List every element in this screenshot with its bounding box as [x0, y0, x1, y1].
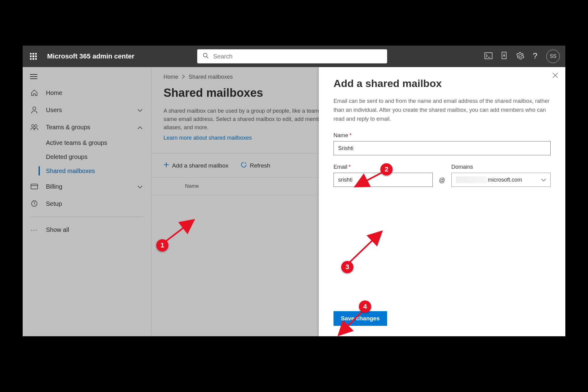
nav-label: Setup — [46, 200, 62, 207]
save-button-label: Save changes — [341, 315, 380, 322]
left-nav: Home Users Teams & groups Active teams &… — [23, 67, 151, 336]
nav-label: Billing — [46, 183, 62, 190]
nav-teams-groups[interactable]: Teams & groups — [23, 119, 151, 136]
nav-active-teams[interactable]: Active teams & groups — [23, 136, 151, 150]
nav-users[interactable]: Users — [23, 101, 151, 119]
plus-icon — [164, 162, 169, 169]
chevron-down-icon — [138, 183, 142, 190]
top-bar: Microsoft 365 admin center ? SS — [23, 46, 565, 67]
nav-divider — [30, 217, 144, 217]
name-input[interactable] — [334, 141, 551, 155]
nav-sub-label: Deleted groups — [46, 153, 88, 160]
nav-label: Home — [46, 89, 62, 96]
add-shared-mailbox-button[interactable]: Add a shared mailbox — [164, 162, 228, 169]
name-label: Name* — [334, 132, 551, 139]
svg-rect-2 — [485, 53, 492, 59]
settings-icon[interactable] — [516, 52, 524, 61]
domain-value: microsoft.com — [488, 177, 522, 183]
app-title: Microsoft 365 admin center — [47, 52, 134, 60]
help-icon[interactable]: ? — [533, 52, 538, 61]
nav-collapse-button[interactable] — [23, 69, 151, 84]
email-label: Email* — [334, 164, 433, 170]
top-icon-bar: ? SS — [484, 50, 560, 63]
waffle-icon — [30, 53, 37, 60]
download-icon[interactable] — [501, 52, 508, 61]
column-name[interactable]: Name — [185, 183, 199, 189]
svg-point-10 — [32, 125, 34, 127]
app-launcher-button[interactable] — [23, 53, 44, 60]
email-input[interactable] — [334, 173, 433, 187]
nav-label: Teams & groups — [46, 124, 90, 131]
ellipsis-icon: ··· — [30, 226, 39, 233]
nav-show-all[interactable]: ··· Show all — [23, 221, 151, 238]
save-changes-button[interactable]: Save changes — [334, 311, 387, 326]
svg-point-11 — [35, 125, 37, 127]
close-icon — [552, 73, 558, 78]
at-sign: @ — [439, 177, 445, 195]
nav-label: Show all — [46, 226, 69, 233]
billing-icon — [30, 184, 39, 189]
search-icon — [203, 53, 209, 60]
search-box[interactable] — [197, 49, 387, 63]
app-window: Microsoft 365 admin center ? SS — [23, 46, 565, 336]
close-button[interactable] — [552, 72, 558, 79]
svg-point-9 — [33, 107, 36, 110]
panel-title: Add a shared mailbox — [334, 77, 551, 89]
avatar[interactable]: SS — [546, 50, 560, 63]
nav-shared-mailboxes[interactable]: Shared mailboxes — [23, 164, 151, 178]
nav-home[interactable]: Home — [23, 84, 151, 101]
setup-icon — [30, 200, 39, 207]
nav-sub-label: Active teams & groups — [46, 139, 107, 146]
breadcrumb-home[interactable]: Home — [164, 74, 178, 80]
chevron-down-icon — [138, 107, 142, 114]
refresh-icon — [241, 162, 247, 169]
chevron-right-icon — [182, 74, 185, 80]
teams-icon — [30, 124, 39, 130]
nav-setup[interactable]: Setup — [23, 195, 151, 212]
nav-label: Users — [46, 107, 62, 114]
domain-select[interactable]: microsoft.com — [451, 173, 551, 187]
user-icon — [30, 106, 39, 114]
svg-point-0 — [203, 53, 207, 57]
nav-sub-label: Shared mailboxes — [46, 168, 95, 175]
svg-text:?: ? — [533, 51, 537, 60]
svg-line-1 — [207, 57, 208, 58]
chevron-down-icon — [541, 177, 546, 183]
home-icon — [30, 89, 39, 96]
breadcrumb-current: Shared mailboxes — [189, 74, 233, 80]
add-mailbox-panel: Add a shared mailbox Email can be sent t… — [319, 67, 565, 336]
shell-icon[interactable] — [484, 52, 492, 60]
nav-deleted-groups[interactable]: Deleted groups — [23, 150, 151, 164]
search-input[interactable] — [213, 53, 382, 60]
nav-billing[interactable]: Billing — [23, 178, 151, 195]
panel-description: Email can be sent to and from the name a… — [334, 97, 551, 123]
svg-rect-12 — [31, 184, 38, 189]
domains-label: Domains — [451, 164, 551, 170]
chevron-up-icon — [138, 124, 142, 131]
toolbar-label: Refresh — [250, 162, 270, 169]
avatar-initials: SS — [550, 54, 556, 59]
refresh-button[interactable]: Refresh — [241, 162, 270, 169]
toolbar-label: Add a shared mailbox — [172, 162, 228, 169]
domain-redacted — [456, 176, 487, 183]
